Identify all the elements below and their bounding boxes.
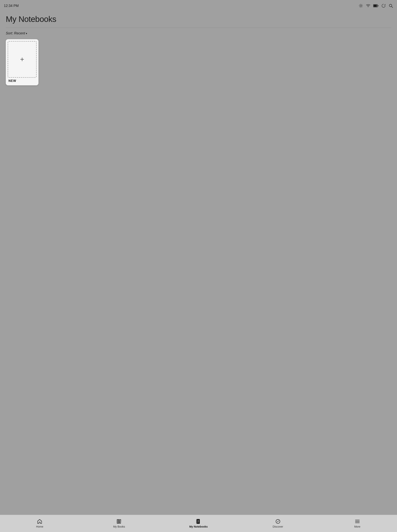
notebooks-grid: + NEW (0, 37, 397, 87)
status-time: 12:34 PM (4, 4, 19, 8)
brightness-icon (359, 3, 363, 8)
wifi-icon (366, 3, 371, 8)
nav-item-discover[interactable]: Discover (238, 517, 317, 530)
svg-marker-23 (277, 520, 279, 522)
more-icon (355, 519, 360, 524)
new-notebook-card[interactable]: + NEW (6, 39, 38, 85)
svg-line-6 (362, 7, 362, 7)
svg-rect-14 (117, 520, 118, 524)
sort-row: Sort: Recent ▾ (0, 28, 397, 37)
add-icon: + (20, 56, 24, 63)
svg-rect-11 (374, 5, 377, 7)
chevron-down-icon: ▾ (26, 32, 27, 35)
svg-rect-17 (196, 520, 197, 523)
sort-label: Sort: Recent (6, 31, 25, 35)
notebooks-icon (196, 519, 201, 524)
svg-point-9 (368, 7, 368, 7)
new-notebook-inner: + (8, 41, 37, 78)
sync-icon (381, 3, 386, 8)
battery-icon (373, 4, 378, 7)
books-icon (116, 519, 122, 524)
nav-item-my-books[interactable]: My Books (80, 517, 159, 530)
bottom-nav: Home My Books My Notebooks (0, 515, 397, 532)
page-header: My Notebooks (0, 11, 397, 26)
nav-label-discover: Discover (273, 525, 283, 528)
search-icon[interactable] (389, 3, 393, 8)
discover-icon (275, 519, 281, 524)
nav-label-more: More (354, 525, 360, 528)
svg-line-7 (362, 4, 362, 5)
svg-line-13 (392, 6, 393, 8)
nav-item-home[interactable]: Home (0, 517, 80, 530)
nav-label-my-books: My Books (113, 525, 125, 528)
svg-point-12 (389, 4, 392, 7)
nav-label-home: Home (36, 525, 43, 528)
page-title: My Notebooks (6, 15, 391, 24)
status-icons (359, 3, 393, 8)
nav-label-my-notebooks: My Notebooks (189, 525, 208, 528)
new-notebook-label: NEW (8, 79, 16, 83)
nav-item-more[interactable]: More (317, 517, 397, 530)
status-bar: 12:34 PM (0, 0, 397, 11)
svg-point-0 (360, 5, 362, 6)
svg-line-8 (360, 7, 360, 7)
nav-item-my-notebooks[interactable]: My Notebooks (159, 517, 238, 530)
svg-rect-15 (118, 520, 119, 524)
home-icon (37, 519, 42, 524)
sort-button[interactable]: Sort: Recent ▾ (6, 31, 27, 35)
svg-line-5 (360, 4, 360, 5)
